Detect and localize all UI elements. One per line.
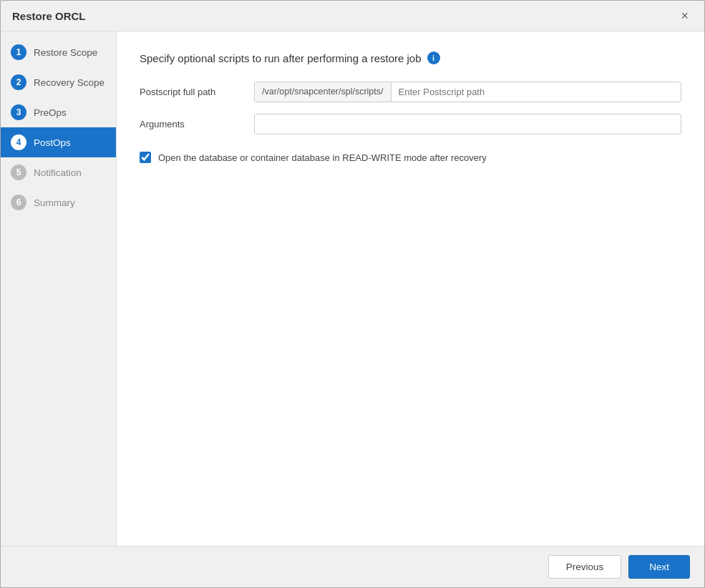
sidebar-item-recovery-scope[interactable]: 2 Recovery Scope [1, 67, 116, 97]
read-write-label: Open the database or container database … [158, 152, 487, 163]
sidebar-item-postops[interactable]: 4 PostOps [1, 127, 116, 157]
sidebar-item-notification[interactable]: 5 Notification [1, 157, 116, 187]
arguments-input[interactable] [254, 114, 681, 134]
postscript-label: Postscript full path [140, 87, 254, 97]
previous-button[interactable]: Previous [548, 555, 622, 579]
sidebar-item-summary[interactable]: 6 Summary [1, 187, 116, 217]
read-write-checkbox[interactable] [140, 152, 151, 163]
sidebar-label-summary: Summary [34, 197, 75, 208]
postscript-row: Postscript full path /var/opt/snapcenter… [140, 82, 681, 102]
sidebar-label-restore-scope: Restore Scope [34, 47, 97, 58]
info-icon[interactable]: i [427, 52, 440, 64]
step-badge-4: 4 [11, 134, 26, 150]
sidebar-label-recovery-scope: Recovery Scope [34, 77, 104, 88]
close-button[interactable]: × [676, 8, 693, 24]
sidebar-label-postops: PostOps [34, 137, 71, 148]
sidebar-item-restore-scope[interactable]: 1 Restore Scope [1, 37, 116, 67]
postscript-input-group: /var/opt/snapcenter/spl/scripts/ [254, 82, 681, 102]
arguments-row: Arguments [140, 114, 681, 134]
section-heading: Specify optional scripts to run after pe… [140, 52, 681, 64]
checkbox-row: Open the database or container database … [140, 152, 681, 163]
dialog-titlebar: Restore ORCL × [1, 1, 704, 31]
sidebar-item-preops[interactable]: 3 PreOps [1, 97, 116, 127]
dialog-footer: Previous Next [1, 546, 704, 587]
step-badge-1: 1 [11, 44, 26, 60]
postscript-prefix: /var/opt/snapcenter/spl/scripts/ [255, 82, 392, 102]
dialog-title: Restore ORCL [12, 10, 86, 22]
arguments-label: Arguments [140, 119, 254, 129]
step-badge-5: 5 [11, 165, 26, 180]
step-badge-3: 3 [11, 104, 26, 120]
step-badge-2: 2 [11, 74, 26, 90]
step-badge-6: 6 [11, 195, 26, 210]
heading-text: Specify optional scripts to run after pe… [140, 52, 422, 64]
sidebar-label-preops: PreOps [34, 107, 67, 118]
restore-dialog: Restore ORCL × 1 Restore Scope 2 Recover… [0, 0, 705, 588]
next-button[interactable]: Next [628, 555, 690, 579]
postscript-input[interactable] [392, 82, 681, 102]
sidebar: 1 Restore Scope 2 Recovery Scope 3 PreOp… [1, 31, 117, 546]
dialog-body: 1 Restore Scope 2 Recovery Scope 3 PreOp… [1, 31, 704, 546]
sidebar-label-notification: Notification [34, 167, 82, 178]
main-content: Specify optional scripts to run after pe… [117, 31, 704, 546]
